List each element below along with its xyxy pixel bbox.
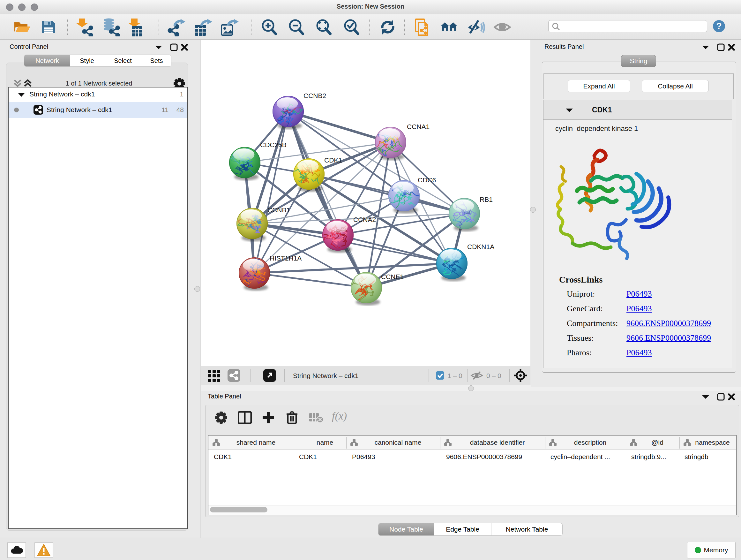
svg-text:CCNA1: CCNA1: [407, 123, 429, 130]
svg-text:CDC6: CDC6: [418, 176, 436, 184]
svg-text:RB1: RB1: [480, 196, 493, 203]
svg-text:CDKN1A: CDKN1A: [467, 243, 494, 250]
svg-text:CCNB2: CCNB2: [304, 92, 326, 99]
svg-text:HIST1H1A: HIST1H1A: [270, 254, 301, 262]
svg-text:?: ?: [716, 21, 722, 31]
svg-text:CDK1: CDK1: [324, 157, 342, 164]
svg-text:CCNB1: CCNB1: [267, 206, 290, 213]
svg-text:CDC25B: CDC25B: [260, 141, 286, 148]
svg-text:CCNA2: CCNA2: [353, 216, 376, 223]
svg-text:CCNE1: CCNE1: [381, 273, 404, 280]
